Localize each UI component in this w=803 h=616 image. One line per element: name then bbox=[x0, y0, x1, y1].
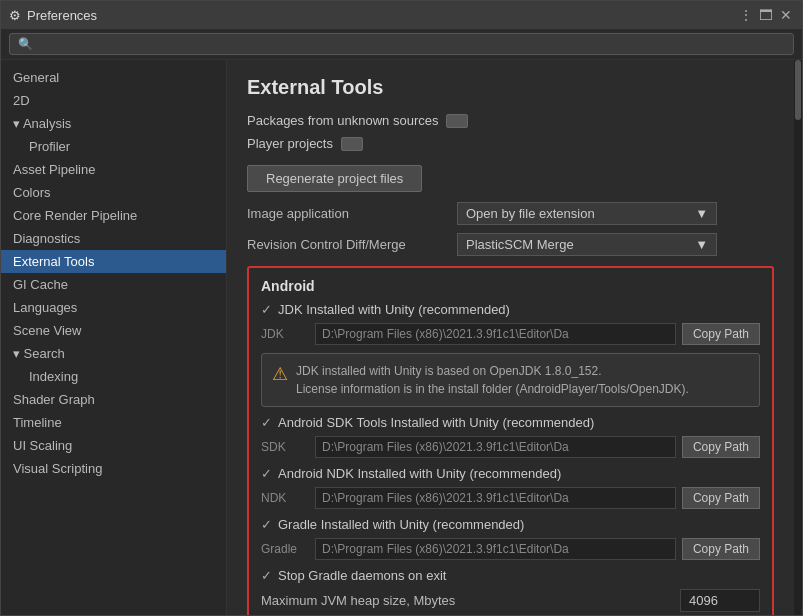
android-section: Android ✓ JDK Installed with Unity (reco… bbox=[247, 266, 774, 615]
search-input[interactable] bbox=[9, 33, 794, 55]
revision-control-value: PlasticSCM Merge bbox=[466, 237, 574, 252]
page-title: External Tools bbox=[247, 76, 774, 99]
ndk-check-label: Android NDK Installed with Unity (recomm… bbox=[278, 466, 561, 481]
jdk-check-row: ✓ JDK Installed with Unity (recommended) bbox=[261, 302, 760, 317]
revision-control-dropdown[interactable]: PlasticSCM Merge ▼ bbox=[457, 233, 717, 256]
image-application-row: Image application Open by file extension… bbox=[247, 202, 774, 225]
titlebar-controls: ⋮ 🗖 ✕ bbox=[738, 7, 794, 23]
revision-control-label: Revision Control Diff/Merge bbox=[247, 237, 457, 252]
stop-gradle-label: Stop Gradle daemons on exit bbox=[278, 568, 446, 583]
jdk-path-value: D:\Program Files (x86)\2021.3.9f1c1\Edit… bbox=[315, 323, 676, 345]
sidebar-item-languages[interactable]: Languages bbox=[1, 296, 226, 319]
image-application-label: Image application bbox=[247, 206, 457, 221]
titlebar: ⚙ Preferences ⋮ 🗖 ✕ bbox=[1, 1, 802, 29]
sidebar-item-core-render-pipeline[interactable]: Core Render Pipeline bbox=[1, 204, 226, 227]
sdk-path-row: SDK D:\Program Files (x86)\2021.3.9f1c1\… bbox=[261, 436, 760, 458]
gradle-copy-path-button[interactable]: Copy Path bbox=[682, 538, 760, 560]
ndk-label: NDK bbox=[261, 491, 309, 505]
sidebar-item-indexing[interactable]: Indexing bbox=[1, 365, 226, 388]
sidebar-item-general[interactable]: General bbox=[1, 66, 226, 89]
jvm-label: Maximum JVM heap size, Mbytes bbox=[261, 593, 680, 608]
gradle-checkbox[interactable]: ✓ bbox=[261, 517, 272, 532]
regenerate-btn[interactable]: Regenerate project files bbox=[247, 165, 422, 192]
gradle-check-row: ✓ Gradle Installed with Unity (recommend… bbox=[261, 517, 760, 532]
sidebar-item-shader-graph[interactable]: Shader Graph bbox=[1, 388, 226, 411]
sidebar-item-ui-scaling[interactable]: UI Scaling bbox=[1, 434, 226, 457]
image-application-dropdown[interactable]: Open by file extension ▼ bbox=[457, 202, 717, 225]
gradle-label: Gradle bbox=[261, 542, 309, 556]
jdk-path-row: JDK D:\Program Files (x86)\2021.3.9f1c1\… bbox=[261, 323, 760, 345]
search-bar bbox=[1, 29, 802, 60]
sidebar-item-asset-pipeline[interactable]: Asset Pipeline bbox=[1, 158, 226, 181]
jvm-row: Maximum JVM heap size, Mbytes bbox=[261, 589, 760, 612]
main-content: External Tools Packages from unknown sou… bbox=[227, 60, 794, 615]
image-application-value: Open by file extension bbox=[466, 206, 595, 221]
jdk-copy-path-button[interactable]: Copy Path bbox=[682, 323, 760, 345]
gradle-path-row: Gradle D:\Program Files (x86)\2021.3.9f1… bbox=[261, 538, 760, 560]
gradle-path-value: D:\Program Files (x86)\2021.3.9f1c1\Edit… bbox=[315, 538, 676, 560]
jdk-check-label: JDK Installed with Unity (recommended) bbox=[278, 302, 510, 317]
menu-button[interactable]: ⋮ bbox=[738, 7, 754, 23]
sidebar-item-profiler[interactable]: Profiler bbox=[1, 135, 226, 158]
stop-gradle-checkbox[interactable]: ✓ bbox=[261, 568, 272, 583]
packages-unknown-toggle[interactable] bbox=[446, 114, 468, 128]
dropdown-chevron-icon: ▼ bbox=[695, 206, 708, 221]
player-projects-toggle[interactable] bbox=[341, 137, 363, 151]
sidebar-item-2d[interactable]: 2D bbox=[1, 89, 226, 112]
preferences-window: ⚙ Preferences ⋮ 🗖 ✕ General 2D ▾ Analysi… bbox=[0, 0, 803, 616]
sidebar-item-search[interactable]: ▾ Search bbox=[1, 342, 226, 365]
ndk-path-value: D:\Program Files (x86)\2021.3.9f1c1\Edit… bbox=[315, 487, 676, 509]
settings-icon: ⚙ bbox=[9, 8, 21, 23]
scrollbar-track[interactable] bbox=[794, 60, 802, 615]
jdk-info-text: JDK installed with Unity is based on Ope… bbox=[296, 362, 689, 398]
sdk-check-row: ✓ Android SDK Tools Installed with Unity… bbox=[261, 415, 760, 430]
player-projects-label: Player projects bbox=[247, 136, 333, 151]
ndk-check-row: ✓ Android NDK Installed with Unity (reco… bbox=[261, 466, 760, 481]
ndk-path-row: NDK D:\Program Files (x86)\2021.3.9f1c1\… bbox=[261, 487, 760, 509]
revision-control-row: Revision Control Diff/Merge PlasticSCM M… bbox=[247, 233, 774, 256]
sidebar-item-diagnostics[interactable]: Diagnostics bbox=[1, 227, 226, 250]
sidebar-item-gi-cache[interactable]: GI Cache bbox=[1, 273, 226, 296]
jdk-info-box: ⚠ JDK installed with Unity is based on O… bbox=[261, 353, 760, 407]
sdk-checkbox[interactable]: ✓ bbox=[261, 415, 272, 430]
gradle-check-label: Gradle Installed with Unity (recommended… bbox=[278, 517, 524, 532]
close-button[interactable]: ✕ bbox=[778, 7, 794, 23]
scrollbar-thumb[interactable] bbox=[795, 60, 801, 120]
ndk-checkbox[interactable]: ✓ bbox=[261, 466, 272, 481]
sdk-label: SDK bbox=[261, 440, 309, 454]
sdk-check-label: Android SDK Tools Installed with Unity (… bbox=[278, 415, 594, 430]
jdk-label: JDK bbox=[261, 327, 309, 341]
sdk-copy-path-button[interactable]: Copy Path bbox=[682, 436, 760, 458]
sidebar-item-external-tools[interactable]: External Tools bbox=[1, 250, 226, 273]
packages-unknown-row: Packages from unknown sources bbox=[247, 113, 774, 128]
player-projects-row: Player projects bbox=[247, 136, 774, 151]
jdk-checkbox[interactable]: ✓ bbox=[261, 302, 272, 317]
sidebar-item-colors[interactable]: Colors bbox=[1, 181, 226, 204]
stop-gradle-row: ✓ Stop Gradle daemons on exit bbox=[261, 568, 760, 583]
sidebar-item-scene-view[interactable]: Scene View bbox=[1, 319, 226, 342]
sdk-path-value: D:\Program Files (x86)\2021.3.9f1c1\Edit… bbox=[315, 436, 676, 458]
titlebar-title: ⚙ Preferences bbox=[9, 8, 97, 23]
jvm-input[interactable] bbox=[680, 589, 760, 612]
sidebar-item-visual-scripting[interactable]: Visual Scripting bbox=[1, 457, 226, 480]
sidebar: General 2D ▾ Analysis Profiler Asset Pip… bbox=[1, 60, 227, 615]
sidebar-item-timeline[interactable]: Timeline bbox=[1, 411, 226, 434]
sidebar-item-analysis[interactable]: ▾ Analysis bbox=[1, 112, 226, 135]
packages-unknown-label: Packages from unknown sources bbox=[247, 113, 438, 128]
content-area: General 2D ▾ Analysis Profiler Asset Pip… bbox=[1, 60, 802, 615]
info-icon: ⚠ bbox=[272, 363, 288, 385]
window-title: Preferences bbox=[27, 8, 97, 23]
maximize-button[interactable]: 🗖 bbox=[758, 7, 774, 23]
dropdown-chevron2-icon: ▼ bbox=[695, 237, 708, 252]
android-title: Android bbox=[261, 278, 760, 294]
ndk-copy-path-button[interactable]: Copy Path bbox=[682, 487, 760, 509]
